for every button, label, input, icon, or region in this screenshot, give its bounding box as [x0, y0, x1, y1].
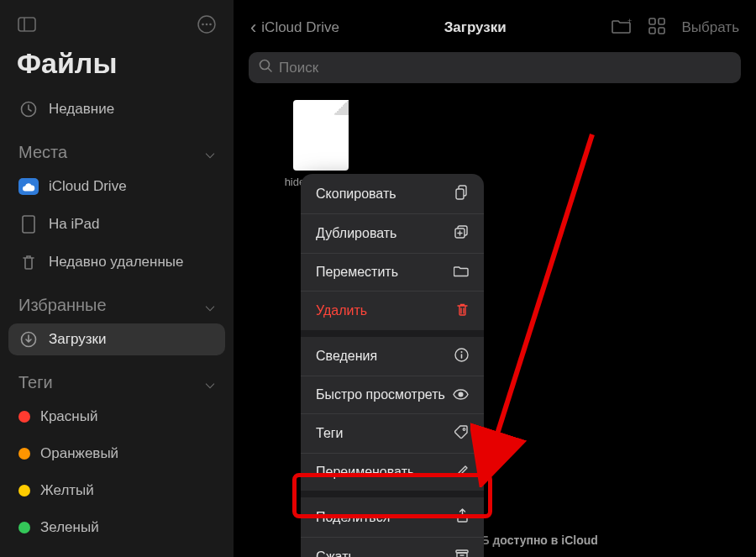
menu-item-move[interactable]: Переместить	[301, 254, 484, 292]
menu-label: Сжать	[316, 549, 355, 558]
tag-item-yellow[interactable]: Желтый	[8, 475, 225, 507]
menu-label: Скопировать	[316, 187, 396, 202]
select-button[interactable]: Выбрать	[682, 19, 739, 36]
chevron-down-icon: ⌵	[205, 295, 215, 315]
chevron-down-icon: ⌵	[205, 372, 215, 392]
search-placeholder: Поиск	[279, 60, 318, 76]
section-title: Теги	[18, 373, 53, 392]
ellipsis-icon[interactable]	[197, 15, 217, 34]
toolbar-actions: + Выбрать	[612, 18, 739, 38]
section-header-favorites[interactable]: Избранные ⌵	[8, 283, 225, 318]
sidebar-item-downloads[interactable]: Загрузки	[8, 323, 225, 355]
svg-rect-12	[649, 28, 655, 34]
sidebar-item-ipad[interactable]: На iPad	[8, 208, 225, 241]
tag-dot-icon	[18, 411, 30, 423]
sidebar-item-recent[interactable]: Недавние	[8, 93, 225, 125]
page-title: Загрузки	[348, 19, 603, 36]
back-label: iCloud Drive	[261, 19, 339, 36]
chevron-down-icon: ⌵	[205, 142, 215, 162]
download-icon	[18, 331, 39, 348]
sidebar-item-trash[interactable]: Недавно удаленные	[8, 246, 225, 278]
sidebar: Файлы Недавние Места ⌵ iCloud Drive На i…	[0, 0, 234, 557]
tag-label: Желтый	[40, 482, 94, 499]
clock-icon	[18, 101, 39, 118]
menu-item-rename[interactable]: Переименовать	[301, 454, 484, 491]
menu-label: Переименовать	[316, 465, 414, 480]
menu-item-info[interactable]: Сведения	[301, 337, 484, 376]
sidebar-item-label: iCloud Drive	[49, 178, 127, 195]
view-grid-icon[interactable]	[648, 18, 665, 38]
sidebar-item-label: На iPad	[49, 216, 99, 233]
sidebar-item-label: Загрузки	[49, 331, 106, 348]
menu-label: Поделиться	[316, 510, 390, 525]
tag-item-orange[interactable]: Оранжевый	[8, 438, 225, 470]
svg-rect-10	[649, 18, 655, 24]
back-button[interactable]: ‹ iCloud Drive	[250, 17, 339, 39]
svg-point-23	[463, 428, 465, 431]
svg-point-22	[459, 391, 464, 397]
menu-item-delete[interactable]: Удалить	[301, 292, 484, 330]
sidebar-item-label: Недавние	[49, 101, 114, 118]
eye-icon	[453, 388, 469, 402]
svg-rect-7	[23, 216, 34, 233]
tag-icon	[454, 425, 469, 442]
menu-item-quicklook[interactable]: Быстро просмотреть	[301, 376, 484, 414]
duplicate-icon	[454, 225, 469, 242]
copy-icon	[455, 185, 469, 202]
section-header-places[interactable]: Места ⌵	[8, 130, 225, 166]
tag-item-blue[interactable]: Синий	[8, 549, 225, 557]
menu-item-tags[interactable]: Теги	[301, 414, 484, 454]
trash-icon	[456, 302, 469, 319]
folder-icon	[454, 265, 469, 280]
menu-label: Переместить	[316, 265, 398, 280]
tag-label: Оранжевый	[40, 445, 118, 462]
tag-label: Зеленый	[40, 519, 99, 536]
search-input[interactable]: Поиск	[249, 52, 741, 83]
cloud-icon	[18, 178, 39, 195]
file-thumbnail-icon	[293, 100, 349, 171]
tag-label: Красный	[40, 408, 97, 425]
svg-rect-0	[18, 18, 35, 31]
svg-line-15	[268, 68, 271, 71]
section-title: Места	[18, 143, 67, 162]
menu-label: Удалить	[316, 303, 367, 318]
svg-point-4	[206, 24, 208, 26]
section-title: Избранные	[18, 296, 107, 315]
menu-label: Сведения	[316, 349, 377, 364]
menu-label: Дублировать	[316, 226, 396, 241]
context-menu: Скопировать Дублировать Переместить Удал…	[301, 174, 484, 557]
app-title: Файлы	[8, 42, 225, 88]
pencil-icon	[456, 465, 469, 480]
tag-dot-icon	[18, 485, 30, 497]
sidebar-topbar	[8, 15, 225, 37]
svg-point-5	[209, 24, 212, 26]
ipad-icon	[18, 215, 39, 234]
menu-item-share[interactable]: Поделиться	[301, 497, 484, 538]
toolbar: ‹ iCloud Drive Загрузки + Выбрать	[234, 0, 756, 47]
info-icon	[454, 348, 469, 365]
share-icon	[456, 508, 469, 526]
archive-icon	[455, 549, 469, 557]
sidebar-item-icloud[interactable]: iCloud Drive	[8, 171, 225, 202]
tag-item-red[interactable]: Красный	[8, 401, 225, 433]
menu-item-compress[interactable]: Сжать	[301, 538, 484, 557]
svg-rect-17	[456, 189, 464, 199]
sidebar-item-label: Недавно удаленные	[49, 254, 183, 271]
menu-item-duplicate[interactable]: Дублировать	[301, 214, 484, 254]
svg-rect-13	[659, 28, 664, 34]
menu-label: Быстро просмотреть	[316, 387, 445, 402]
menu-item-copy[interactable]: Скопировать	[301, 174, 484, 214]
trash-icon	[18, 254, 39, 271]
svg-point-3	[202, 24, 204, 26]
chevron-left-icon: ‹	[250, 17, 256, 39]
new-folder-icon[interactable]: +	[612, 18, 632, 38]
section-header-tags[interactable]: Теги ⌵	[8, 360, 225, 396]
menu-label: Теги	[316, 426, 344, 441]
svg-point-21	[461, 351, 463, 353]
tag-item-green[interactable]: Зеленый	[8, 512, 225, 544]
svg-rect-11	[659, 18, 664, 24]
svg-text:+: +	[627, 18, 632, 25]
sidebar-toggle-icon[interactable]	[17, 17, 37, 32]
tag-dot-icon	[18, 522, 30, 533]
search-icon	[259, 59, 272, 76]
